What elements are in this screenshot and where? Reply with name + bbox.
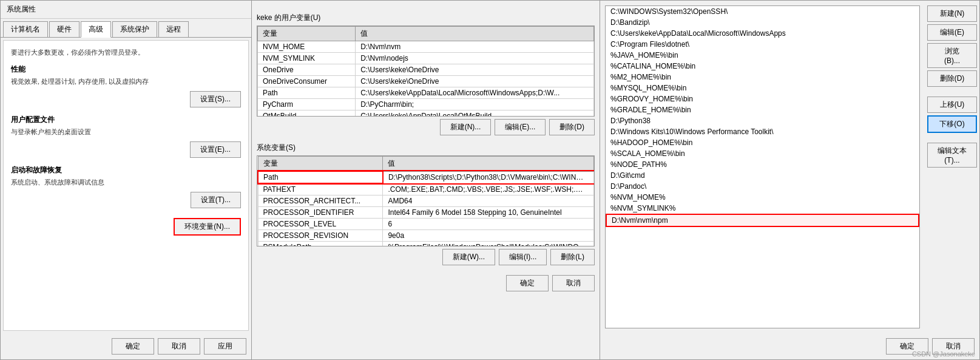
path-entry[interactable]: D:\Python38 (606, 115, 919, 126)
tab-remote[interactable]: 远程 (158, 21, 189, 37)
tab-hardware[interactable]: 硬件 (49, 21, 79, 37)
env-variables-button[interactable]: 环境变量(N)... (174, 218, 241, 236)
tab-advanced[interactable]: 高级 (81, 21, 111, 38)
performance-section: 性能 视觉效果, 处理器计划, 内存使用, 以及虚拟内存 设置(S)... (11, 64, 241, 107)
path-entry[interactable]: %JAVA_HOME%\bin (606, 50, 919, 61)
user-profile-settings-button[interactable]: 设置(E)... (190, 141, 241, 158)
path-entry[interactable]: D:\Git\cmd (606, 170, 919, 181)
user-vars-table-container[interactable]: 变量 值 NVM_HOMED:\Nvm\nvmNVM_SYMLINKD:\Nvm… (257, 25, 595, 117)
path-entry[interactable]: C:\Users\keke\AppData\Local\Microsoft\Wi… (606, 28, 919, 39)
sys-var-row[interactable]: PROCESSOR_REVISION9e0a (258, 230, 594, 242)
user-var-row[interactable]: OneDriveC:\Users\keke\OneDrive (258, 64, 594, 76)
path-list[interactable]: C:\WINDOWS\System32\OpenSSH\D:\Bandizip\… (605, 5, 920, 328)
performance-title: 性能 (11, 64, 241, 75)
panel-title: 系统属性 (1, 1, 251, 19)
sys-var-row[interactable]: PROCESSOR_LEVEL6 (258, 219, 594, 230)
sys-var-row[interactable]: PROCESSOR_ARCHITECT...AMD64 (258, 195, 594, 207)
user-delete-button[interactable]: 删除(D) (549, 119, 595, 135)
env-variables-panel: keke 的用户变量(U) 变量 值 NVM_HOMED:\Nvm\nvmNVM… (251, 0, 600, 360)
sys-edit-button[interactable]: 编辑(I)... (499, 249, 547, 265)
path-entry[interactable]: %CATALINA_HOME%\bin (606, 61, 919, 72)
left-ok-button[interactable]: 确定 (112, 338, 154, 355)
left-apply-button[interactable]: 应用 (204, 338, 246, 355)
path-entry[interactable]: %NVM_HOME% (606, 192, 919, 203)
performance-desc: 视觉效果, 处理器计划, 内存使用, 以及虚拟内存 (11, 77, 241, 86)
sys-new-button[interactable]: 新建(W)... (442, 249, 495, 265)
user-var-value: D:\PyCharm\bin; (356, 99, 594, 110)
path-entry[interactable]: D:\Bandizip\ (606, 17, 919, 28)
advanced-tab-content: 要进行大多数更改，你必须作为管理员登录。 性能 视觉效果, 处理器计划, 内存使… (3, 40, 249, 331)
path-entry[interactable]: C:\WINDOWS\System32\OpenSSH\ (606, 6, 919, 17)
sys-delete-button[interactable]: 删除(L) (550, 249, 595, 265)
sys-var-name: PROCESSOR_ARCHITECT... (258, 195, 383, 207)
path-edit-text-button[interactable]: 编辑文本(T)... (927, 143, 977, 168)
sys-var-row[interactable]: PathD:\Python38\Scripts\;D:\Python38\;D:… (258, 171, 594, 183)
sys-vars-table-container[interactable]: 变量 值 PathD:\Python38\Scripts\;D:\Python3… (257, 155, 595, 246)
user-var-row[interactable]: OneDriveConsumerC:\Users\keke\OneDrive (258, 76, 594, 87)
path-entry[interactable]: D:\Nvm\nvm\npm (606, 214, 919, 227)
tab-computer-name[interactable]: 计算机名 (3, 21, 48, 37)
path-entry[interactable]: D:\Pandoc\ (606, 181, 919, 192)
user-vars-title: keke 的用户变量(U) (257, 13, 595, 23)
sys-vars-table: 变量 值 PathD:\Python38\Scripts\;D:\Python3… (257, 156, 594, 246)
user-vars-section: keke 的用户变量(U) 变量 值 NVM_HOMED:\Nvm\nvmNVM… (257, 13, 595, 138)
sys-vars-col-value: 值 (383, 157, 594, 172)
left-cancel-button[interactable]: 取消 (158, 338, 200, 355)
user-new-button[interactable]: 新建(N)... (440, 119, 492, 135)
sys-var-value: 6 (383, 219, 594, 230)
path-browse-button[interactable]: 浏览(B)... (927, 43, 977, 68)
path-entry[interactable]: %MYSQL_HOME%\bin (606, 83, 919, 93)
user-vars-col-value: 值 (356, 27, 594, 41)
path-move-down-button[interactable]: 下移(O) (927, 115, 977, 133)
left-panel-footer: 确定 取消 应用 (1, 333, 251, 359)
sys-var-name: PATHEXT (258, 183, 383, 195)
path-entry[interactable]: %HADOOP_HOME%\bin (606, 137, 919, 148)
sys-vars-buttons: 新建(W)... 编辑(I)... 删除(L) (257, 249, 595, 265)
sys-var-row[interactable]: PSModulePath%ProgramFiles%\WindowsPowerS… (258, 242, 594, 247)
sys-var-name: PROCESSOR_LEVEL (258, 219, 383, 230)
sys-var-value: 9e0a (383, 230, 594, 242)
user-var-name: PyCharm (258, 99, 356, 110)
user-var-name: OneDrive (258, 64, 356, 76)
path-move-up-button[interactable]: 上移(U) (927, 97, 977, 113)
path-entry[interactable]: C:\Program Files\dotnet\ (606, 39, 919, 50)
performance-settings-button[interactable]: 设置(S)... (190, 91, 241, 107)
path-entry[interactable]: %GROOVY_HOME%\bin (606, 93, 919, 104)
sys-var-name: PROCESSOR_REVISION (258, 230, 383, 242)
startup-settings-button[interactable]: 设置(T)... (191, 192, 241, 208)
sys-vars-col-name: 变量 (258, 157, 383, 172)
path-edit-button[interactable]: 编辑(E) (927, 24, 977, 41)
sys-var-row[interactable]: PROCESSOR_IDENTIFIERIntel64 Family 6 Mod… (258, 207, 594, 219)
path-new-button[interactable]: 新建(N) (927, 5, 977, 22)
user-var-value: C:\Users\keke\OneDrive (356, 76, 594, 87)
system-properties-panel: 系统属性 计算机名 硬件 高级 系统保护 远程 要进行大多数更改，你必须作为管理… (0, 0, 252, 360)
user-vars-table: 变量 值 NVM_HOMED:\Nvm\nvmNVM_SYMLINKD:\Nvm… (257, 26, 594, 117)
user-var-name: OneDriveConsumer (258, 76, 356, 87)
path-entry[interactable]: %SCALA_HOME%\bin (606, 148, 919, 159)
sys-var-name: PSModulePath (258, 242, 383, 247)
user-var-name: NVM_SYMLINK (258, 53, 356, 64)
tab-system-protection[interactable]: 系统保护 (112, 21, 157, 37)
path-entry[interactable]: %NVM_SYMLINK% (606, 203, 919, 214)
path-entry[interactable]: %NODE_PATH% (606, 159, 919, 170)
path-entry[interactable]: %GRADLE_HOME%\bin (606, 104, 919, 115)
sys-var-value: .COM;.EXE;.BAT;.CMD;.VBS;.VBE;.JS;.JSE;.… (383, 183, 594, 195)
user-var-value: C:\Users\keke\OneDrive (356, 64, 594, 76)
user-var-row[interactable]: NVM_SYMLINKD:\Nvm\nodejs (258, 53, 594, 64)
path-delete-button[interactable]: 删除(D) (927, 70, 977, 87)
user-var-row[interactable]: QtMsBuildC:\Users\keke\AppData\Local\QtM… (258, 110, 594, 117)
path-entry[interactable]: %M2_HOME%\bin (606, 72, 919, 83)
user-var-row[interactable]: NVM_HOMED:\Nvm\nvm (258, 41, 594, 53)
middle-ok-button[interactable]: 确定 (506, 275, 549, 291)
middle-cancel-button[interactable]: 取消 (552, 275, 595, 291)
user-edit-button[interactable]: 编辑(E)... (495, 119, 546, 135)
user-var-name: Path (258, 87, 356, 99)
user-vars-buttons: 新建(N)... 编辑(E)... 删除(D) (257, 119, 595, 135)
user-var-row[interactable]: PyCharmD:\PyCharm\bin; (258, 99, 594, 110)
user-var-name: QtMsBuild (258, 110, 356, 117)
user-var-row[interactable]: PathC:\Users\keke\AppData\Local\Microsof… (258, 87, 594, 99)
path-entry[interactable]: D:\Windows Kits\10\Windows Performance T… (606, 126, 919, 137)
user-var-value: D:\Nvm\nvm (356, 41, 594, 53)
path-editor-panel: C:\WINDOWS\System32\OpenSSH\D:\Bandizip\… (600, 0, 980, 360)
sys-var-row[interactable]: PATHEXT.COM;.EXE;.BAT;.CMD;.VBS;.VBE;.JS… (258, 183, 594, 195)
